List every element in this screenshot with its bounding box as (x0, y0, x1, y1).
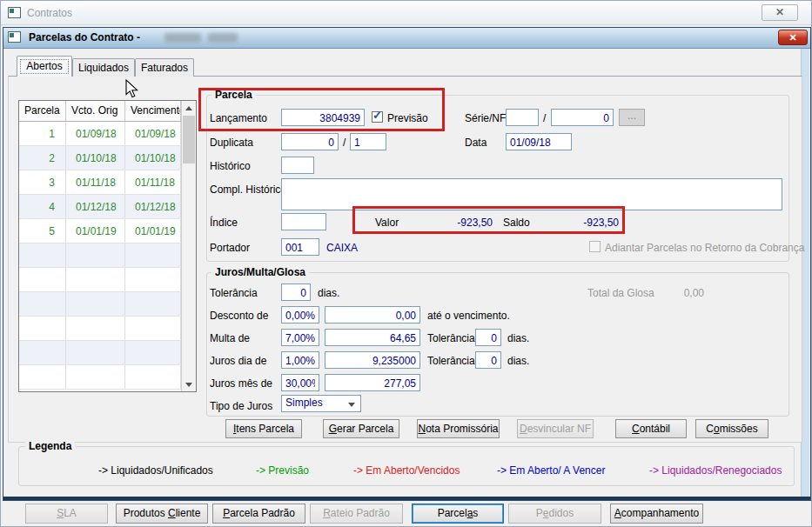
grid-cell: 1 (19, 122, 66, 145)
data-input[interactable] (506, 133, 572, 150)
table-row[interactable] (19, 292, 181, 317)
grid-cell: 01/09/18 (125, 122, 181, 145)
juros-dia-tolerancia-input[interactable] (475, 351, 501, 369)
bottom-button-2[interactable]: Parcela Padrão (212, 504, 305, 524)
table-row[interactable]: 201/10/1801/10/18 (19, 146, 181, 170)
duplicata-separator: / (343, 137, 346, 149)
lancamento-input[interactable] (281, 109, 365, 126)
serie-input[interactable] (506, 109, 539, 126)
compl-historico-input[interactable] (281, 178, 782, 210)
multa-pct-input[interactable] (281, 329, 319, 346)
dialog-icon (8, 31, 21, 43)
historico-input[interactable] (281, 157, 314, 174)
adiantar-label: Adiantar Parcelas no Retorno da Cobrança (605, 242, 804, 254)
grid-cell (19, 365, 66, 389)
valor-value: -923,50 (410, 217, 493, 229)
duplicata-label: Duplicata (210, 137, 253, 149)
table-row[interactable] (19, 317, 181, 341)
grid-cell (66, 365, 125, 389)
multa-valor-input[interactable] (325, 329, 420, 346)
grid-cell (125, 243, 181, 267)
grid-scrollbar[interactable] (181, 101, 196, 391)
table-row[interactable]: 401/12/1801/12/18 (19, 195, 181, 219)
desconto-label: Desconto de (210, 310, 268, 322)
table-row[interactable]: 101/09/1801/09/18 (19, 122, 181, 146)
previsao-checkbox[interactable]: ✓ (372, 111, 383, 123)
juros-dia-label: Juros dia de (210, 355, 266, 367)
grid-cell (125, 341, 181, 364)
outer-close-button[interactable]: ✕ (762, 4, 798, 21)
indice-label: Índice (210, 217, 238, 229)
juros-mes-pct-input[interactable] (281, 374, 319, 391)
indice-input[interactable] (281, 213, 326, 230)
nf-input[interactable] (551, 109, 614, 126)
table-row[interactable]: 501/01/1901/01/19 (19, 219, 181, 243)
tipo-juros-value: Simples (285, 397, 323, 409)
grid-cell: 01/10/18 (66, 146, 125, 170)
total-glosa-value: 0,00 (654, 287, 704, 299)
data-label: Data (465, 137, 487, 149)
total-glosa-label: Total da Glosa (587, 287, 654, 299)
grid-cell: 01/01/19 (66, 219, 125, 243)
redacted-text (208, 33, 238, 43)
nf-browse-button: ... (619, 109, 645, 126)
multa-tolerancia-input[interactable] (475, 329, 501, 346)
table-row[interactable] (19, 341, 181, 365)
dialog-close-button[interactable]: ✕ (778, 30, 808, 45)
dialog-bottom-edge (3, 497, 810, 500)
action-button-0[interactable]: Itens Parcela (225, 419, 302, 438)
tolerancia-input[interactable] (281, 284, 311, 301)
grid-cell (19, 268, 66, 291)
bottom-button-1[interactable]: Produtos Cliente (116, 504, 208, 524)
grid-cell (125, 292, 181, 316)
app-screen: Contratos ✕ Parcelas do Contrato - ✕ Abe… (0, 0, 812, 527)
bottom-button-4[interactable]: Parcelas (412, 504, 504, 524)
saldo-value: -923,50 (536, 217, 619, 229)
tab-abertos[interactable]: Abertos (17, 56, 72, 77)
legend-item-4: -> Liquidados/Renegociados (649, 464, 782, 477)
bottom-button-3: Rateio Padrão (310, 504, 403, 524)
portador-input[interactable] (281, 238, 319, 256)
grid-header-row: ParcelaVcto. OrigVencimento (19, 101, 181, 122)
serie-separator: / (543, 112, 546, 124)
action-button-5[interactable]: Comissões (695, 419, 768, 438)
desconto-valor-input[interactable] (325, 306, 420, 324)
duplicata-seq-input[interactable] (350, 133, 386, 150)
juros-dia-pct-input[interactable] (281, 351, 319, 369)
table-row[interactable] (19, 268, 181, 292)
tolerancia-label: Tolerância (210, 287, 258, 299)
juros-dia-valor-input[interactable] (325, 351, 420, 369)
juros-mes-valor-input[interactable] (325, 374, 420, 391)
action-button-3: Desvincular NF (517, 419, 594, 438)
grid-cell: 4 (19, 195, 66, 218)
scroll-up-icon[interactable] (182, 101, 196, 115)
table-row[interactable] (19, 365, 181, 390)
scroll-down-icon[interactable] (182, 377, 196, 391)
grid-cell: 5 (19, 219, 66, 243)
table-row[interactable]: 301/11/1801/11/18 (19, 170, 181, 195)
table-row[interactable] (19, 243, 181, 268)
action-button-4[interactable]: Contábil (615, 419, 687, 438)
legend-item-0: -> Liquidados/Unificados (98, 464, 213, 477)
action-button-1[interactable]: Gerar Parcela (323, 419, 399, 438)
saldo-label: Saldo (503, 217, 530, 229)
grid-header-1[interactable]: Vcto. Orig (66, 101, 125, 121)
grid-cell (19, 292, 66, 316)
duplicata-input[interactable] (281, 133, 339, 150)
bottom-button-6[interactable]: Acompanhamento (610, 504, 703, 524)
tab-liquidados[interactable]: Liquidados (72, 58, 135, 77)
redacted-text (164, 33, 201, 43)
tab-faturados[interactable]: Faturados (135, 58, 194, 77)
serie-nf-label: Série/NF (465, 112, 506, 124)
previsao-label: Previsão (387, 112, 428, 124)
scrollbar-thumb[interactable] (183, 116, 195, 163)
grid-header-0[interactable]: Parcela (19, 101, 66, 121)
grid-header-2[interactable]: Vencimento (125, 101, 181, 121)
grid-cell (66, 268, 125, 291)
portador-name: CAIXA (326, 242, 358, 254)
tipo-juros-select[interactable]: Simples (281, 395, 361, 412)
adiantar-checkbox (589, 241, 601, 252)
action-button-2[interactable]: Nota Promissória (417, 419, 500, 438)
tipo-juros-label: Tipo de Juros (210, 400, 272, 412)
desconto-pct-input[interactable] (281, 306, 319, 324)
